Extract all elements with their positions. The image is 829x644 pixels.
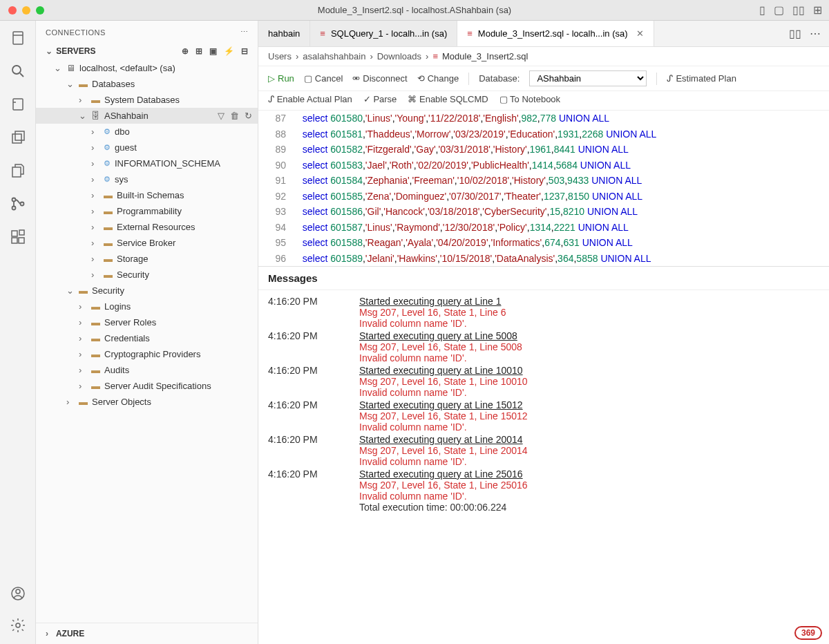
editor-area: hahbain≡SQLQuery_1 - localh...in (sa)≡Mo…: [258, 21, 829, 644]
svg-rect-0: [13, 32, 23, 44]
sidebar-header: CONNECTIONS ⋯: [36, 21, 258, 42]
tab-bar-actions: ▯▯ ⋯: [789, 21, 829, 46]
svg-rect-6: [12, 134, 21, 143]
server-icon[interactable]: ▣: [209, 46, 217, 56]
run-button[interactable]: ▷ Run: [268, 73, 294, 84]
servers-header[interactable]: ⌄ SERVERS ⊕ ⊞ ▣ ⚡ ⊟: [36, 42, 258, 60]
sidebar: CONNECTIONS ⋯ ⌄ SERVERS ⊕ ⊞ ▣ ⚡ ⊟ ⌄🖥loca…: [36, 21, 258, 644]
svg-rect-13: [12, 238, 17, 243]
code-editor[interactable]: 87 select 601580,'Linus','Young','11/22/…: [258, 111, 829, 266]
schema-information_schema[interactable]: ›⚙INFORMATION_SCHEMA: [36, 155, 258, 171]
window-title: Module_3_Insert2.sql - localhost.AShahba…: [318, 5, 511, 15]
messages-panel[interactable]: 4:16:20 PMStarted executing query at Lin…: [258, 290, 829, 644]
message-row: 4:16:20 PMStarted executing query at Lin…: [268, 296, 819, 329]
layout-icon-3[interactable]: ▯▯: [792, 3, 805, 17]
database-select[interactable]: AShahbain: [529, 70, 647, 86]
change-connection-button[interactable]: ⟲ Change: [417, 73, 459, 84]
enable-actual-plan-button[interactable]: ᔑ Enable Actual Plan: [268, 94, 352, 104]
database-ashahbain[interactable]: ⌄🗄AShahbain▽🗑↻: [36, 108, 258, 124]
breadcrumb[interactable]: Users› asalahshahbain› Downloads› ≡ Modu…: [258, 47, 829, 66]
maximize-window[interactable]: [36, 6, 44, 15]
collapse-icon[interactable]: ⊟: [241, 46, 248, 56]
folder-programmability[interactable]: ›▬Programmability: [36, 203, 258, 219]
security-logins[interactable]: ›▬Logins: [36, 299, 258, 314]
disconnect-button[interactable]: ⚮ Disconnect: [352, 73, 407, 84]
layout-icon-2[interactable]: ▢: [774, 3, 784, 17]
titlebar-actions: ▯ ▢ ▯▯ ⊞: [759, 3, 822, 17]
folder-service-broker[interactable]: ›▬Service Broker: [36, 235, 258, 251]
security-server-roles[interactable]: ›▬Server Roles: [36, 314, 258, 330]
schema-sys[interactable]: ›⚙sys: [36, 171, 258, 187]
security-folder[interactable]: ⌄▬Security: [36, 283, 258, 299]
new-group-icon[interactable]: ⊞: [196, 46, 202, 56]
server-node[interactable]: ⌄🖥localhost, <default> (sa): [36, 60, 258, 76]
cancel-button[interactable]: ▢ Cancel: [304, 73, 343, 84]
enable-sqlcmd-button[interactable]: ⌘ Enable SQLCMD: [408, 94, 488, 104]
explorer-icon[interactable]: [9, 129, 27, 146]
filter-icon[interactable]: ▽: [218, 111, 225, 121]
svg-point-2: [12, 66, 21, 74]
search-icon[interactable]: [9, 62, 27, 80]
settings-icon[interactable]: [9, 616, 27, 634]
layout-icon-4[interactable]: ⊞: [813, 3, 822, 17]
more-icon[interactable]: ⋯: [240, 28, 249, 37]
source-control-icon[interactable]: [9, 195, 27, 213]
svg-rect-14: [19, 238, 24, 243]
sql-icon: ≡: [320, 28, 325, 39]
servers-actions: ⊕ ⊞ ▣ ⚡ ⊟: [182, 46, 248, 56]
files-icon[interactable]: [9, 162, 27, 180]
minimize-window[interactable]: [22, 6, 30, 15]
new-connection-icon[interactable]: ⊕: [182, 46, 189, 56]
message-row: 4:16:20 PMStarted executing query at Lin…: [268, 434, 819, 467]
tab[interactable]: ≡SQLQuery_1 - localh...in (sa): [310, 21, 457, 46]
messages-tab[interactable]: Messages: [258, 266, 829, 290]
sql-file-icon: ≡: [432, 51, 438, 61]
svg-point-17: [16, 589, 20, 594]
query-toolbar: ▷ Run ▢ Cancel ⚮ Disconnect ⟲ Change Dat…: [258, 66, 829, 91]
message-row: 4:16:20 PMStarted executing query at Lin…: [268, 399, 819, 433]
query-toolbar-2: ᔑ Enable Actual Plan ✓ Parse ⌘ Enable SQ…: [258, 91, 829, 111]
to-notebook-button[interactable]: ▢ To Notebook: [499, 94, 560, 104]
schema-dbo[interactable]: ›⚙dbo: [36, 124, 258, 140]
sql-icon: ≡: [467, 28, 473, 39]
folder-built-in-schemas[interactable]: ›▬Built-in Schemas: [36, 187, 258, 203]
schema-guest[interactable]: ›⚙guest: [36, 140, 258, 155]
system-databases[interactable]: ›▬System Databases: [36, 92, 258, 108]
databases-folder[interactable]: ⌄▬Databases: [36, 76, 258, 92]
close-window[interactable]: [8, 6, 17, 15]
azure-section[interactable]: › AZURE: [36, 623, 258, 644]
more-actions-icon[interactable]: ⋯: [810, 27, 821, 40]
filter-icon[interactable]: ⚡: [224, 46, 234, 56]
connections-label: CONNECTIONS: [46, 28, 106, 37]
close-tab-icon[interactable]: ✕: [636, 28, 644, 39]
server-tree: ⌄🖥localhost, <default> (sa) ⌄▬Databases …: [36, 60, 258, 623]
layout-icon-1[interactable]: ▯: [759, 3, 765, 17]
folder-security[interactable]: ›▬Security: [36, 267, 258, 283]
connections-icon[interactable]: [9, 29, 27, 47]
servers-label: SERVERS: [56, 46, 95, 56]
svg-rect-4: [13, 99, 23, 110]
titlebar: Module_3_Insert2.sql - localhost.AShahba…: [0, 0, 829, 21]
refresh-icon[interactable]: ↻: [245, 111, 252, 121]
folder-external-resources[interactable]: ›▬External Resources: [36, 219, 258, 235]
extensions-icon[interactable]: [9, 228, 27, 246]
svg-point-18: [16, 623, 20, 627]
parse-button[interactable]: ✓ Parse: [363, 94, 397, 104]
security-audits[interactable]: ›▬Audits: [36, 362, 258, 378]
folder-storage[interactable]: ›▬Storage: [36, 251, 258, 267]
security-cryptographic-providers[interactable]: ›▬Cryptographic Providers: [36, 346, 258, 362]
tab[interactable]: hahbain: [258, 21, 310, 46]
security-server-audit-specifications[interactable]: ›▬Server Audit Specifications: [36, 378, 258, 394]
database-label: Database:: [479, 73, 520, 84]
split-editor-icon[interactable]: ▯▯: [789, 27, 801, 40]
estimated-plan-button[interactable]: ᔑ Estimated Plan: [667, 73, 736, 84]
account-icon[interactable]: [9, 585, 27, 603]
message-row: 4:16:20 PMStarted executing query at Lin…: [268, 330, 819, 363]
window-controls: [8, 6, 44, 15]
notebooks-icon[interactable]: [9, 95, 27, 113]
tab[interactable]: ≡Module_3_Insert2.sql - localh...in (sa)…: [457, 21, 654, 46]
delete-icon[interactable]: 🗑: [230, 111, 239, 121]
server-objects[interactable]: ›▬Server Objects: [36, 394, 258, 410]
svg-point-10: [12, 207, 15, 210]
security-credentials[interactable]: ›▬Credentials: [36, 330, 258, 346]
